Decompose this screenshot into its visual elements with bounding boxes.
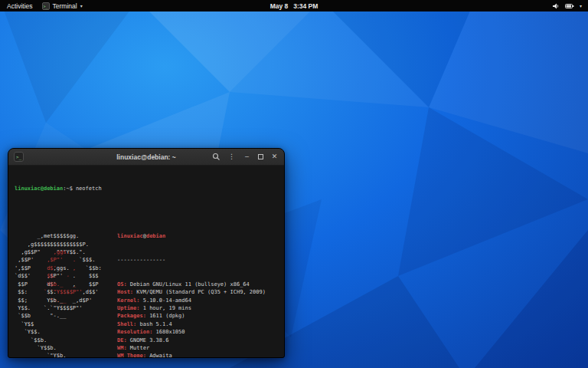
app-menu-button[interactable]: >_ Terminal ▾ [42,2,83,10]
prompt-user-host: linuxiac@debian [15,186,63,192]
neofetch-user-host: linuxiac@debian [117,232,266,240]
battery-icon [565,2,574,10]
minimize-button[interactable]: – [243,153,251,160]
desktop: Activities >_ Terminal ▾ May 8 3:34 PM ▾ [0,0,588,368]
volume-icon [552,2,560,10]
terminal-app-icon-button[interactable]: >_ [14,152,24,162]
clock-time: 3:34 PM [293,2,318,10]
info-line: Uptime: 1 hour, 19 mins [117,304,266,312]
command-line: linuxiac@debian:~$neofetch [15,185,278,192]
terminal-window: >_ linuxiac@debian: ~ ⋮ – ✕ linuxiac@deb… [8,148,285,358]
app-menu-label: Terminal [53,2,77,10]
chevron-down-icon: ▾ [80,3,83,8]
prompt-suffix: :~$ [63,186,73,192]
terminal-content[interactable]: linuxiac@debian:~$neofetch _,met$$$$$gg.… [8,166,284,357]
clock-button[interactable]: May 8 3:34 PM [270,2,318,10]
close-button[interactable]: ✕ [270,153,279,160]
info-line: Kernel: 5.10.0-14-amd64 [117,297,266,304]
info-line: Shell: bash 5.1.4 [117,320,266,328]
activities-button[interactable]: Activities [7,2,33,10]
info-line: Packages: 1611 (dpkg) [117,312,266,320]
neofetch-info-lines: OS: Debian GNU/Linux 11 (bullseye) x86_6… [117,281,266,357]
info-line: OS: Debian GNU/Linux 11 (bullseye) x86_6… [117,281,266,288]
neofetch-output: _,met$$$$$gg. ,g$$$$$$$$$$$$$$$P. ,g$$P"… [15,216,278,357]
command-text: neofetch [76,186,102,192]
chevron-down-icon: ▾ [580,3,582,8]
terminal-icon: >_ [42,2,50,10]
info-line: DE: GNOME 3.38.6 [117,337,266,344]
menu-kebab-icon[interactable]: ⋮ [227,153,236,160]
neofetch-separator: --------------- [117,256,266,264]
info-line: WM: Mutter [117,344,266,352]
info-line: Host: KVM/QEMU (Standard PC (Q35 + ICH9,… [117,288,266,296]
window-titlebar[interactable]: >_ linuxiac@debian: ~ ⋮ – ✕ [8,149,284,166]
info-line: Resolution: 1680x1050 [117,328,266,336]
system-status-menu[interactable]: ▾ [552,2,588,10]
debian-ascii-logo-red-accent: ,ggs. ,$P"' . d$' , $$. - Y$b._ _ `.`"Y$… [15,216,83,344]
maximize-button[interactable] [258,154,263,159]
clock-date: May 8 [270,2,289,10]
window-title: linuxiac@debian: ~ [116,153,176,161]
gnome-top-bar: Activities >_ Terminal ▾ May 8 3:34 PM ▾ [0,0,588,12]
neofetch-info: linuxiac@debian --------------- OS: Debi… [116,216,266,357]
info-line: WM Theme: Adwaita [117,352,266,357]
search-icon[interactable] [212,153,220,161]
